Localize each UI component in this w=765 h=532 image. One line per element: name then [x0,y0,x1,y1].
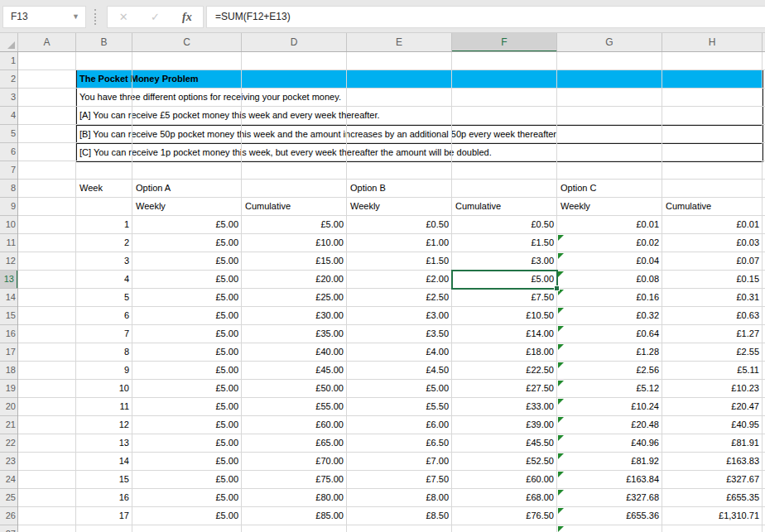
cell-H24[interactable]: £327.67 [662,471,763,489]
cell-B14[interactable]: 5 [76,289,132,307]
cell-H14[interactable]: £0.31 [662,289,763,307]
cell-G26[interactable]: £655.36 [557,507,662,525]
cell-E8[interactable]: Option B [347,180,452,198]
cell-F9[interactable]: Cumulative [452,198,557,216]
cell-D11[interactable]: £10.00 [242,234,347,252]
cell-B24[interactable]: 15 [76,471,132,489]
cell-C21[interactable]: £5.00 [132,416,242,434]
cell-G14[interactable]: £0.16 [557,289,662,307]
row-header-23[interactable]: 23 [0,453,18,471]
cell-C15[interactable]: £5.00 [132,307,242,325]
column-header-E[interactable]: E [347,33,452,52]
cell-D15[interactable]: £30.00 [242,307,347,325]
cell-F19[interactable]: £27.50 [452,380,557,398]
cell-F24[interactable]: £60.00 [452,471,557,489]
row-header-14[interactable]: 14 [0,289,18,307]
cell-E21[interactable]: £6.00 [347,416,452,434]
row-header-8[interactable]: 8 [0,180,18,198]
cell-F15[interactable]: £10.50 [452,307,557,325]
cell-F23[interactable]: £52.50 [452,453,557,471]
cell-G12[interactable]: £0.04 [557,252,662,271]
cell-G19[interactable]: £5.12 [557,380,662,398]
column-header-D[interactable]: D [242,33,347,52]
cell-description-B6[interactable]: [C] You can receive 1p pocket money this… [77,144,763,161]
cell-C13[interactable]: £5.00 [132,271,242,289]
cell-B10[interactable]: 1 [76,216,132,234]
cell-G21[interactable]: £20.48 [557,416,662,434]
column-header-F[interactable]: F [452,33,557,52]
enter-icon[interactable]: ✓ [139,11,171,23]
cell-G9[interactable]: Weekly [557,198,662,216]
cell-F20[interactable]: £33.00 [452,398,557,416]
cell-F10[interactable]: £0.50 [452,216,557,234]
cell-G24[interactable]: £163.84 [557,471,662,489]
cell-D9[interactable]: Cumulative [242,198,347,216]
cell-B8[interactable]: Week [76,180,132,198]
insert-function-icon[interactable]: fx [171,11,203,24]
cell-D19[interactable]: £50.00 [242,380,347,398]
cell-D23[interactable]: £70.00 [242,453,347,471]
column-header-C[interactable]: C [132,33,242,52]
cell-H16[interactable]: £1.27 [662,325,763,343]
row-header-12[interactable]: 12 [0,252,18,271]
cell-D13[interactable]: £20.00 [242,271,347,289]
cell-F11[interactable]: £1.50 [452,234,557,252]
cell-F14[interactable]: £7.50 [452,289,557,307]
column-header-A[interactable]: A [18,33,76,52]
row-header-18[interactable]: 18 [0,362,18,380]
row-header-22[interactable]: 22 [0,434,18,453]
cell-H21[interactable]: £40.95 [662,416,763,434]
row-header-27[interactable]: 27 [0,525,18,532]
cell-G15[interactable]: £0.32 [557,307,662,325]
cell-E22[interactable]: £6.50 [347,434,452,453]
cell-B22[interactable]: 13 [76,434,132,453]
row-header-20[interactable]: 20 [0,398,18,416]
cell-B26[interactable]: 17 [76,507,132,525]
cell-H26[interactable]: £1,310.71 [662,507,763,525]
cancel-icon[interactable]: ✕ [108,11,139,23]
cell-C20[interactable]: £5.00 [132,398,242,416]
cell-B21[interactable]: 12 [76,416,132,434]
cell-E26[interactable]: £8.50 [347,507,452,525]
row-header-13[interactable]: 13 [0,271,18,289]
row-header-19[interactable]: 19 [0,380,18,398]
cell-E19[interactable]: £5.00 [347,380,452,398]
cell-D12[interactable]: £15.00 [242,252,347,271]
cell-F18[interactable]: £22.50 [452,362,557,380]
cell-E14[interactable]: £2.50 [347,289,452,307]
cell-G17[interactable]: £1.28 [557,343,662,362]
cell-E13[interactable]: £2.00 [347,271,452,289]
row-header-5[interactable]: 5 [0,125,18,143]
cell-B25[interactable]: 16 [76,489,132,507]
cell-D22[interactable]: £65.00 [242,434,347,453]
cell-C19[interactable]: £5.00 [132,380,242,398]
cell-G18[interactable]: £2.56 [557,362,662,380]
cell-F12[interactable]: £3.00 [452,252,557,271]
cell-B15[interactable]: 6 [76,307,132,325]
cell-C10[interactable]: £5.00 [132,216,242,234]
column-header-H[interactable]: H [662,33,763,52]
cell-C22[interactable]: £5.00 [132,434,242,453]
cell-E25[interactable]: £8.00 [347,489,452,507]
cell-G22[interactable]: £40.96 [557,434,662,453]
cell-H11[interactable]: £0.03 [662,234,763,252]
name-box[interactable]: F13 ▼ [2,6,86,28]
row-header-3[interactable]: 3 [0,89,18,107]
cell-D10[interactable]: £5.00 [242,216,347,234]
cell-E16[interactable]: £3.50 [347,325,452,343]
cell-D26[interactable]: £85.00 [242,507,347,525]
cell-D16[interactable]: £35.00 [242,325,347,343]
cell-B12[interactable]: 3 [76,252,132,271]
cell-H19[interactable]: £10.23 [662,380,763,398]
row-header-6[interactable]: 6 [0,143,18,161]
cell-G11[interactable]: £0.02 [557,234,662,252]
cell-E12[interactable]: £1.50 [347,252,452,271]
cell-E23[interactable]: £7.00 [347,453,452,471]
cell-G25[interactable]: £327.68 [557,489,662,507]
cell-H10[interactable]: £0.01 [662,216,763,234]
cell-H18[interactable]: £5.11 [662,362,763,380]
cell-G10[interactable]: £0.01 [557,216,662,234]
row-header-16[interactable]: 16 [0,325,18,343]
cell-E24[interactable]: £7.50 [347,471,452,489]
cell-B13[interactable]: 4 [76,271,132,289]
